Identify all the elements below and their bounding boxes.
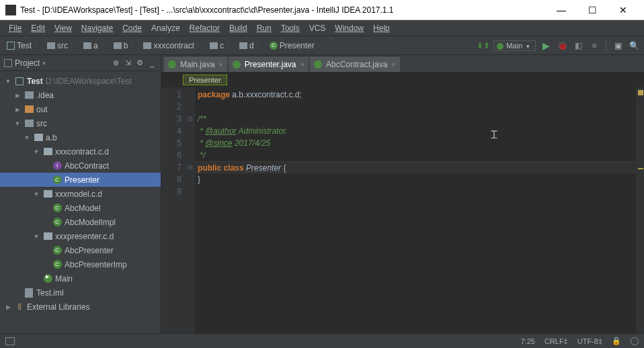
menu-navigate[interactable]: Navigate [77, 22, 118, 34]
editor-area: Main.java× Presenter.java× AbcContract.j… [161, 55, 644, 333]
project-tree[interactable]: ▼ Test D:\IDEAWorkspace\Test ▶.idea▶out▼… [0, 71, 161, 333]
tree-item-abcmodel[interactable]: CAbcModel [0, 201, 161, 215]
close-tab-icon[interactable]: × [391, 60, 395, 69]
file-encoding[interactable]: UTF-8‡ [577, 337, 602, 345]
tree-item-out[interactable]: ▶out [0, 102, 161, 116]
menu-code[interactable]: Code [118, 22, 147, 34]
debug-icon[interactable]: 🐞 [556, 40, 568, 52]
tree-root[interactable]: ▼ Test D:\IDEAWorkspace\Test [0, 74, 161, 88]
title-bar: Test - [D:\IDEAWorkspace\Test] - [Test] … [0, 0, 644, 20]
fold-gutter[interactable]: ⊟⊟ [186, 87, 195, 333]
line-separator[interactable]: CRLF‡ [545, 337, 568, 345]
maximize-button[interactable]: ☐ [577, 0, 608, 20]
code-editor[interactable]: package a.b.xxxcontract.c.d; /** * @auth… [195, 87, 636, 333]
tree-item-a-b[interactable]: ▼a.b [0, 130, 161, 144]
project-tool-window: Project ▾ ⊕ ⇲ ⚙ ⎯ ▼ Test D:\IDEAWorkspac… [0, 55, 161, 333]
settings-icon[interactable]: ⚙ [135, 58, 145, 68]
autoscroll-icon[interactable]: ⊕ [111, 58, 120, 68]
menu-build[interactable]: Build [225, 22, 252, 34]
project-structure-icon[interactable]: ▣ [612, 40, 624, 52]
window-title: Test - [D:\IDEAWorkspace\Test] - [Test] … [20, 5, 546, 15]
tab-abccontract[interactable]: AbcContract.java× [310, 56, 400, 72]
menu-file[interactable]: File [4, 22, 26, 34]
crumb-a[interactable]: a〉 [81, 40, 110, 51]
crumb-c[interactable]: c〉 [207, 40, 235, 51]
hector-icon[interactable] [631, 337, 639, 345]
tree-item-presenter[interactable]: CPresenter [0, 173, 161, 187]
project-panel-title[interactable]: Project ▾ [4, 58, 108, 68]
breadcrumb: Test〉 src〉 a〉 b〉 xxxcontract〉 c〉 d〉 CPre… [4, 40, 477, 51]
menu-bar: File Edit View Navigate Code Analyze Ref… [0, 20, 644, 36]
read-only-toggle-icon[interactable]: 🔒 [612, 337, 621, 345]
tab-main[interactable]: Main.java× [164, 56, 227, 72]
crumb-b[interactable]: b〉 [111, 40, 140, 51]
collapse-icon[interactable]: ⇲ [123, 58, 132, 68]
tree-item-abcpresenterimp[interactable]: CAbcPresenterImp [0, 257, 161, 271]
app-icon [5, 5, 16, 15]
run-config-select[interactable]: Main [493, 40, 536, 51]
menu-analyze[interactable]: Analyze [147, 22, 185, 34]
tree-item-src[interactable]: ▼src [0, 116, 161, 130]
make-project-icon[interactable]: ⬇⬆ [477, 40, 489, 52]
tab-presenter[interactable]: Presenter.java× [229, 56, 309, 72]
menu-refactor[interactable]: Refactor [185, 22, 225, 34]
tool-windows-toggle-icon[interactable] [5, 337, 15, 345]
crumb-presenter[interactable]: CPresenter〉 [267, 40, 326, 51]
tree-item-abcmodelimpl[interactable]: CAbcModelImpl [0, 215, 161, 229]
tree-item-abccontract[interactable]: IAbcContract [0, 159, 161, 173]
tree-external-libraries[interactable]: ▶⫴ External Libraries [0, 300, 161, 314]
tree-item-xxxpresenter-c-d[interactable]: ▼xxxpresenter.c.d [0, 229, 161, 243]
error-stripe[interactable] [636, 87, 644, 333]
close-tab-icon[interactable]: × [218, 60, 223, 69]
crumb-test[interactable]: Test〉 [4, 40, 43, 51]
menu-edit[interactable]: Edit [26, 22, 50, 34]
menu-run[interactable]: Run [252, 22, 276, 34]
status-bar: 7:25 CRLF‡ UTF-8‡ 🔒 [0, 333, 644, 348]
menu-window[interactable]: Window [330, 22, 368, 34]
tree-item--idea[interactable]: ▶.idea [0, 88, 161, 102]
menu-help[interactable]: Help [368, 22, 395, 34]
crumb-src[interactable]: src〉 [44, 40, 79, 51]
tree-item-abcpresenter[interactable]: CAbcPresenter [0, 243, 161, 257]
caret-position[interactable]: 7:25 [520, 337, 534, 345]
tree-item-xxxmodel-c-d[interactable]: ▼xxxmodel.c.d [0, 187, 161, 201]
warning-mark-icon [638, 90, 643, 95]
close-tab-icon[interactable]: × [300, 60, 305, 69]
crumb-xxxcontract[interactable]: xxxcontract〉 [140, 40, 206, 51]
editor-tabs: Main.java× Presenter.java× AbcContract.j… [161, 55, 644, 73]
editor-nav-breadcrumb[interactable]: Presenter [161, 73, 644, 87]
stop-icon[interactable]: ■ [588, 40, 600, 52]
close-button[interactable]: ✕ [608, 0, 639, 20]
gutter[interactable]: 123 456 789 [161, 87, 186, 333]
menu-view[interactable]: View [50, 22, 77, 34]
tree-item-xxxcontract-c-d[interactable]: ▼xxxcontract.c.d [0, 144, 161, 159]
tree-item-test-iml[interactable]: Test.iml [0, 286, 161, 300]
hide-icon[interactable]: ⎯ [147, 58, 157, 68]
minimize-button[interactable]: — [546, 0, 577, 20]
crumb-d[interactable]: d〉 [237, 40, 266, 51]
warning-stripe-mark[interactable] [638, 168, 643, 169]
menu-tools[interactable]: Tools [276, 22, 305, 34]
run-icon[interactable]: ▶ [540, 40, 552, 52]
menu-vcs[interactable]: VCS [305, 22, 331, 34]
coverage-icon[interactable]: ◧ [572, 40, 584, 52]
toolbar: Test〉 src〉 a〉 b〉 xxxcontract〉 c〉 d〉 CPre… [0, 36, 644, 55]
tree-item-main[interactable]: Main [0, 271, 161, 286]
search-icon[interactable]: 🔍 [628, 40, 640, 52]
